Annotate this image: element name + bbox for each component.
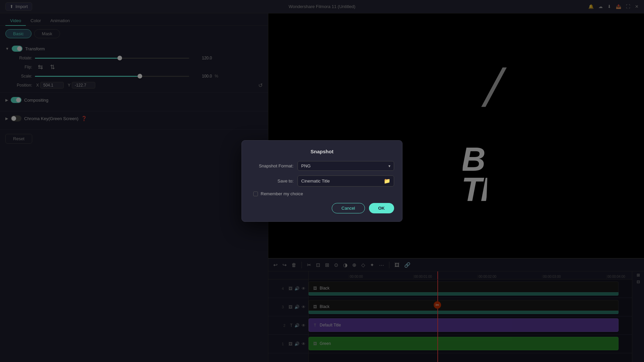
saveto-value: Cinematic Title	[301, 178, 330, 184]
format-select[interactable]: PNG ▾	[298, 161, 394, 171]
format-row: Snapshot Format: PNG ▾	[250, 161, 394, 171]
folder-icon[interactable]: 📁	[384, 178, 390, 184]
saveto-label: Save to:	[250, 178, 293, 184]
snapshot-modal: Snapshot Snapshot Format: PNG ▾ Save to:…	[241, 140, 402, 222]
saveto-input-group[interactable]: Cinematic Title 📁	[298, 175, 394, 187]
saveto-row: Save to: Cinematic Title 📁	[250, 175, 394, 187]
cancel-button[interactable]: Cancel	[332, 203, 365, 213]
remember-row: Remember my choice	[250, 191, 394, 196]
format-arrow-icon: ▾	[388, 164, 390, 168]
modal-buttons: Cancel OK	[250, 203, 394, 213]
modal-title: Snapshot	[250, 149, 394, 154]
format-value: PNG	[301, 163, 311, 168]
format-label: Snapshot Format:	[250, 163, 293, 168]
ok-button[interactable]: OK	[369, 203, 394, 213]
remember-checkbox[interactable]	[253, 192, 258, 196]
modal-overlay: Snapshot Snapshot Format: PNG ▾ Save to:…	[0, 0, 644, 362]
remember-label: Remember my choice	[261, 191, 303, 196]
